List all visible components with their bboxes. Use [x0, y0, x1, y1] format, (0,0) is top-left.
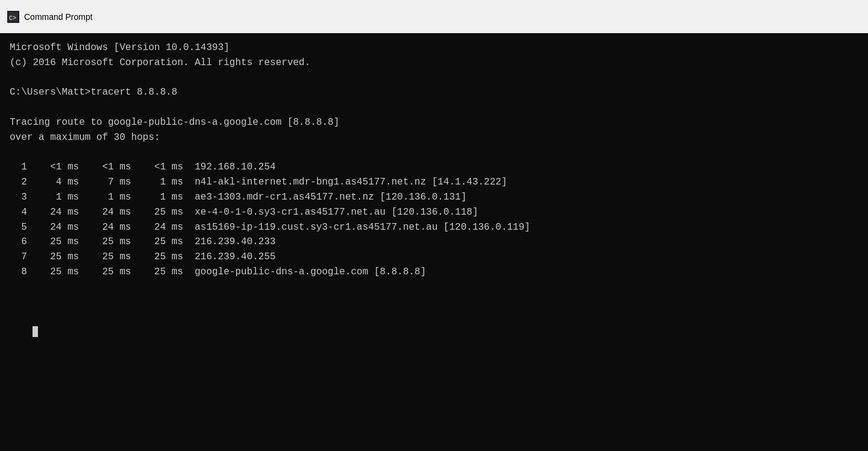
- terminal-line-hop1: 1 <1 ms <1 ms <1 ms 192.168.10.254: [10, 160, 858, 175]
- terminal-line-hop2: 2 4 ms 7 ms 1 ms n4l-akl-internet.mdr-bn…: [10, 175, 858, 190]
- terminal-line-prompt-final[interactable]: [10, 309, 858, 354]
- terminal-line-win-copyright: (c) 2016 Microsoft Corporation. All righ…: [10, 55, 858, 71]
- title-bar: C> Command Prompt: [0, 0, 868, 33]
- terminal-line-hop4: 4 24 ms 24 ms 25 ms xe-4-0-1-0.sy3-cr1.a…: [10, 205, 858, 220]
- terminal-line-empty2: [10, 100, 858, 115]
- terminal-line-trace-header2: over a maximum of 30 hops:: [10, 130, 858, 145]
- terminal-line-trace-header1: Tracing route to google-public-dns-a.goo…: [10, 115, 858, 130]
- svg-text:C>: C>: [9, 15, 16, 22]
- terminal-line-hop7: 7 25 ms 25 ms 25 ms 216.239.40.255: [10, 250, 858, 265]
- terminal-line-hop8: 8 25 ms 25 ms 25 ms google-public-dns-a.…: [10, 265, 858, 280]
- cmd-icon: C>: [7, 11, 19, 23]
- terminal-line-empty1: [10, 71, 858, 86]
- terminal-line-hop5: 5 24 ms 24 ms 24 ms as15169-ip-119.cust.…: [10, 220, 858, 235]
- terminal-line-empty3: [10, 145, 858, 160]
- terminal-line-hop3: 3 1 ms 1 ms 1 ms ae3-1303.mdr-cr1.as4517…: [10, 190, 858, 205]
- title-bar-text: Command Prompt: [24, 12, 93, 22]
- terminal-line-command-input: C:\Users\Matt>tracert 8.8.8.8: [10, 85, 858, 100]
- terminal-line-empty5: [10, 295, 858, 310]
- terminal-line-win-version: Microsoft Windows [Version 10.0.14393]: [10, 40, 858, 55]
- terminal-line-hop6: 6 25 ms 25 ms 25 ms 216.239.40.233: [10, 235, 858, 250]
- terminal-body: Microsoft Windows [Version 10.0.14393] (…: [0, 33, 868, 451]
- terminal-line-empty4: [10, 280, 858, 295]
- cursor: [33, 326, 38, 337]
